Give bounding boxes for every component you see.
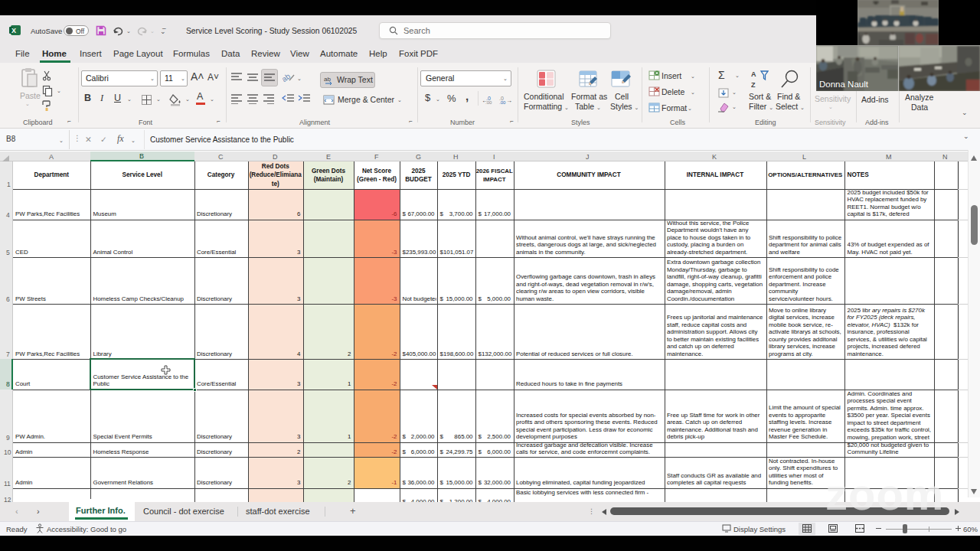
svg-text:Z: Z bbox=[751, 81, 756, 89]
svg-text:A: A bbox=[751, 70, 756, 78]
svg-text:Donna Nault: Donna Nault bbox=[819, 80, 869, 89]
svg-text:→: → bbox=[506, 97, 512, 104]
svg-text:.00: .00 bbox=[499, 100, 506, 104]
svg-text:.00: .00 bbox=[485, 100, 492, 104]
svg-text:ab: ab bbox=[282, 72, 292, 83]
